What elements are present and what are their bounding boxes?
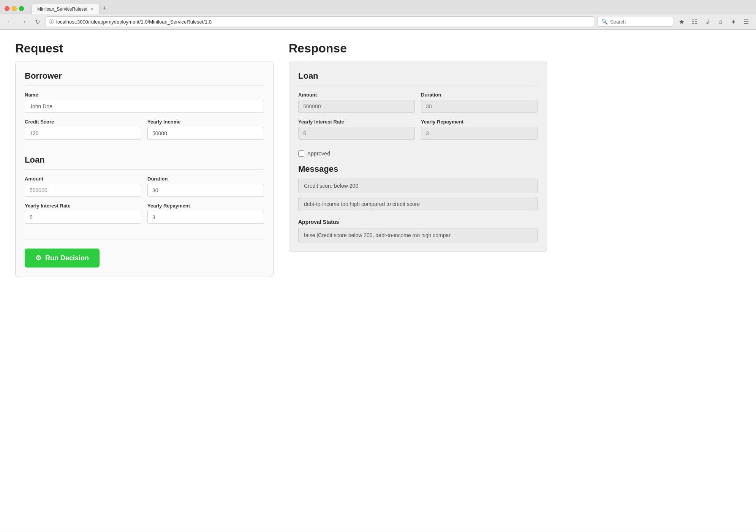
loan-subsection-title: Loan	[25, 155, 264, 170]
response-duration-input[interactable]	[421, 100, 538, 113]
yearly-income-input[interactable]	[147, 127, 264, 140]
search-bar[interactable]: 🔍	[597, 17, 673, 27]
gear-icon: ⚙	[35, 254, 41, 262]
response-column: Response Loan Amount Duration	[289, 41, 547, 277]
borrower-section: Borrower Name Credit Score Yearly Income	[25, 71, 264, 146]
response-yearly-repayment-input[interactable]	[421, 127, 538, 140]
close-button[interactable]	[5, 6, 9, 11]
divider	[25, 239, 264, 239]
tab-close-icon[interactable]: ✕	[90, 7, 94, 12]
traffic-lights	[5, 6, 24, 11]
maximize-button[interactable]	[19, 6, 24, 11]
run-decision-label: Run Decision	[45, 254, 89, 262]
response-yearly-interest-input[interactable]	[298, 127, 415, 140]
download-icon[interactable]: ⇓	[702, 16, 713, 27]
toolbar-icons: ★ ☷ ⇓ ⌂ ✶ ☰	[676, 16, 751, 27]
messages-title: Messages	[298, 164, 538, 174]
loan-subsection: Loan Amount Duration Yearly In	[25, 155, 264, 230]
name-group: Name	[25, 92, 264, 113]
message-item-2: debt-to-income too high compared to cred…	[298, 197, 538, 211]
address-bar[interactable]: ⓘ	[46, 16, 594, 27]
active-tab[interactable]: Miniloan_ServiceRuleset ✕	[32, 4, 100, 14]
response-loan-row2: Yearly Interest Rate Yearly Repayment	[298, 119, 538, 146]
request-card: Borrower Name Credit Score Yearly Income	[15, 62, 274, 277]
duration-input[interactable]	[147, 184, 264, 197]
yearly-repayment-group: Yearly Repayment	[147, 203, 264, 224]
yearly-income-group: Yearly Income	[147, 119, 264, 140]
run-decision-button[interactable]: ⚙ Run Decision	[25, 249, 100, 268]
browser-toolbar: ← → ↻ ⓘ 🔍 ★ ☷ ⇓ ⌂ ✶ ☰	[0, 14, 756, 30]
response-duration-group: Duration	[421, 92, 538, 113]
response-title: Response	[289, 41, 547, 55]
loan-row2: Yearly Interest Rate Yearly Repayment	[25, 203, 264, 230]
borrower-form-row: Credit Score Yearly Income	[25, 119, 264, 146]
response-loan-row1: Amount Duration	[298, 92, 538, 119]
info-icon: ⓘ	[49, 18, 54, 25]
search-input[interactable]	[610, 19, 663, 25]
browser-chrome: Miniloan_ServiceRuleset ✕ + ← → ↻ ⓘ 🔍 ★ …	[0, 0, 756, 30]
page-content: Request Borrower Name Credit Score	[0, 30, 756, 532]
response-loan-section: Loan Amount Duration Yearly In	[298, 71, 538, 157]
response-amount-group: Amount	[298, 92, 415, 113]
yearly-repayment-input[interactable]	[147, 211, 264, 224]
response-yearly-interest-label: Yearly Interest Rate	[298, 119, 415, 125]
yearly-interest-input[interactable]	[25, 211, 141, 224]
response-yearly-repayment-group: Yearly Repayment	[421, 119, 538, 140]
yearly-income-label: Yearly Income	[147, 119, 264, 125]
shield-icon[interactable]: ✶	[728, 16, 739, 27]
credit-score-group: Credit Score	[25, 119, 141, 140]
menu-icon[interactable]: ☰	[741, 16, 751, 27]
response-amount-label: Amount	[298, 92, 415, 98]
response-amount-input[interactable]	[298, 100, 415, 113]
response-yearly-repayment-label: Yearly Repayment	[421, 119, 538, 125]
minimize-button[interactable]	[12, 6, 17, 11]
new-tab-button[interactable]: +	[100, 3, 110, 14]
message-item-1: Credit score below 200	[298, 179, 538, 193]
duration-label: Duration	[147, 176, 264, 182]
approval-section: Approval Status false [Credit score belo…	[298, 219, 538, 242]
request-column: Request Borrower Name Credit Score	[15, 41, 274, 277]
home-icon[interactable]: ⌂	[715, 16, 726, 27]
approval-status-title: Approval Status	[298, 219, 538, 225]
url-input[interactable]	[56, 19, 591, 25]
tab-title: Miniloan_ServiceRuleset	[37, 6, 87, 12]
refresh-button[interactable]: ↻	[32, 16, 43, 27]
yearly-interest-label: Yearly Interest Rate	[25, 203, 141, 209]
duration-group: Duration	[147, 176, 264, 197]
loan-row1: Amount Duration	[25, 176, 264, 203]
approved-checkbox[interactable]	[298, 150, 304, 157]
forward-button[interactable]: →	[18, 16, 29, 27]
name-label: Name	[25, 92, 264, 98]
amount-group: Amount	[25, 176, 141, 197]
two-col-layout: Request Borrower Name Credit Score	[15, 41, 547, 277]
yearly-repayment-label: Yearly Repayment	[147, 203, 264, 209]
bookmark-icon[interactable]: ★	[676, 16, 687, 27]
name-input[interactable]	[25, 100, 264, 113]
borrower-title: Borrower	[25, 71, 264, 86]
tab-bar: Miniloan_ServiceRuleset ✕ +	[32, 3, 751, 14]
search-icon: 🔍	[601, 19, 608, 25]
response-card: Loan Amount Duration Yearly In	[289, 62, 547, 252]
back-button[interactable]: ←	[5, 16, 15, 27]
messages-section: Messages Credit score below 200 debt-to-…	[298, 164, 538, 211]
request-title: Request	[15, 41, 274, 55]
yearly-interest-group: Yearly Interest Rate	[25, 203, 141, 224]
amount-label: Amount	[25, 176, 141, 182]
approved-label: Approved	[307, 150, 330, 157]
credit-score-input[interactable]	[25, 127, 141, 140]
amount-input[interactable]	[25, 184, 141, 197]
approval-status-value: false [Credit score below 200, debt-to-i…	[298, 228, 538, 242]
response-duration-label: Duration	[421, 92, 538, 98]
credit-score-label: Credit Score	[25, 119, 141, 125]
response-loan-title: Loan	[298, 71, 538, 86]
response-yearly-interest-group: Yearly Interest Rate	[298, 119, 415, 140]
reader-icon[interactable]: ☷	[689, 16, 700, 27]
approved-row: Approved	[298, 150, 538, 157]
titlebar: Miniloan_ServiceRuleset ✕ +	[0, 0, 756, 14]
